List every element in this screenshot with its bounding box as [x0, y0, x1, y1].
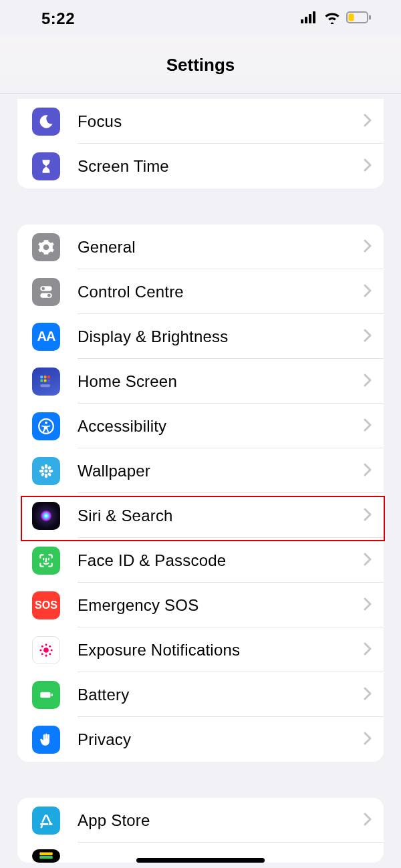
chevron-right-icon — [364, 732, 372, 748]
status-time: 5:22 — [41, 9, 75, 28]
svg-point-36 — [51, 649, 53, 651]
svg-point-37 — [41, 645, 43, 647]
row-privacy[interactable]: Privacy — [17, 717, 384, 762]
hand-icon — [32, 726, 60, 754]
svg-point-38 — [49, 645, 51, 647]
row-label: Privacy — [78, 730, 364, 749]
wifi-icon — [323, 11, 341, 27]
row-siri-search[interactable]: Siri & Search — [17, 493, 384, 538]
face-id-icon — [32, 547, 60, 575]
toggles-icon — [32, 278, 60, 306]
svg-rect-41 — [40, 692, 50, 698]
svg-rect-42 — [51, 693, 53, 696]
svg-point-24 — [49, 469, 53, 472]
svg-point-20 — [45, 469, 48, 472]
row-display-brightness[interactable]: AA Display & Brightness — [17, 314, 384, 359]
chevron-right-icon — [364, 158, 372, 174]
status-indicators — [301, 11, 372, 27]
row-accessibility[interactable]: Accessibility — [17, 404, 384, 448]
chevron-right-icon — [364, 553, 372, 569]
row-label: Battery — [78, 686, 364, 704]
row-face-id[interactable]: Face ID & Passcode — [17, 538, 384, 583]
svg-point-35 — [39, 649, 41, 651]
svg-rect-6 — [369, 15, 371, 19]
svg-point-29 — [41, 510, 51, 521]
row-label: Wallpaper — [78, 462, 364, 480]
svg-point-9 — [41, 287, 45, 290]
svg-rect-14 — [40, 379, 43, 382]
svg-rect-1 — [305, 17, 307, 23]
row-label: App Store — [78, 811, 364, 830]
svg-rect-5 — [349, 13, 354, 21]
svg-rect-49 — [39, 856, 53, 859]
chevron-right-icon — [364, 597, 372, 613]
svg-rect-16 — [47, 379, 50, 382]
accessibility-icon — [32, 412, 60, 440]
cellular-icon — [301, 11, 318, 26]
svg-line-44 — [47, 815, 51, 824]
chevron-right-icon — [364, 687, 372, 703]
exposure-icon — [32, 636, 60, 664]
home-grid-icon — [32, 368, 60, 396]
wallet-icon — [32, 849, 60, 863]
chevron-right-icon — [364, 508, 372, 524]
row-home-screen[interactable]: Home Screen — [17, 359, 384, 404]
svg-point-39 — [41, 653, 43, 655]
svg-point-23 — [39, 469, 44, 472]
text-size-icon: AA — [32, 323, 60, 351]
row-exposure-notifications[interactable]: Exposure Notifications — [17, 627, 384, 672]
svg-rect-0 — [301, 19, 303, 23]
svg-rect-12 — [44, 376, 47, 378]
svg-point-25 — [41, 465, 45, 470]
svg-point-28 — [47, 472, 52, 476]
siri-icon — [32, 502, 60, 530]
row-label: Display & Brightness — [78, 327, 364, 346]
flower-icon — [32, 457, 60, 485]
row-label: Accessibility — [78, 417, 364, 436]
chevron-right-icon — [364, 418, 372, 434]
app-store-icon — [32, 807, 60, 835]
chevron-right-icon — [364, 642, 372, 658]
row-label: Screen Time — [78, 157, 364, 176]
svg-point-33 — [45, 643, 47, 645]
header: Settings — [0, 37, 401, 94]
svg-point-10 — [47, 293, 51, 297]
svg-point-40 — [49, 653, 51, 655]
chevron-right-icon — [364, 239, 372, 255]
gear-icon — [32, 233, 60, 261]
chevron-right-icon — [364, 329, 372, 345]
battery-icon — [346, 11, 372, 26]
svg-rect-13 — [47, 376, 50, 378]
row-label: Emergency SOS — [78, 596, 364, 615]
row-label: Focus — [78, 112, 364, 131]
row-label: Home Screen — [78, 372, 364, 391]
row-emergency-sos[interactable]: SOS Emergency SOS — [17, 583, 384, 627]
row-wallpaper[interactable]: Wallpaper — [17, 448, 384, 493]
sos-icon: SOS — [32, 591, 60, 619]
svg-line-46 — [41, 826, 42, 827]
page-title: Settings — [166, 55, 235, 76]
row-control-centre[interactable]: Control Centre — [17, 269, 384, 314]
svg-point-26 — [47, 465, 52, 470]
svg-point-34 — [45, 654, 47, 656]
home-indicator[interactable] — [136, 858, 265, 863]
svg-rect-17 — [40, 384, 50, 387]
settings-group-focus: Focus Screen Time — [17, 99, 384, 188]
row-screen-time[interactable]: Screen Time — [17, 144, 384, 188]
row-focus[interactable]: Focus — [17, 99, 384, 144]
row-app-store[interactable]: App Store — [17, 798, 384, 843]
row-label: Face ID & Passcode — [78, 551, 364, 570]
settings-group-general: General Control Centre AA Display & Brig… — [17, 225, 384, 762]
svg-point-21 — [45, 464, 47, 468]
moon-icon — [32, 108, 60, 136]
svg-point-32 — [43, 647, 49, 653]
row-label: Control Centre — [78, 283, 364, 301]
row-label: Exposure Notifications — [78, 641, 364, 660]
chevron-right-icon — [364, 374, 372, 390]
row-label: General — [78, 238, 364, 257]
row-battery[interactable]: Battery — [17, 672, 384, 717]
row-general[interactable]: General — [17, 225, 384, 269]
battery-full-icon — [32, 681, 60, 709]
svg-point-19 — [45, 421, 47, 424]
svg-rect-48 — [39, 853, 53, 855]
